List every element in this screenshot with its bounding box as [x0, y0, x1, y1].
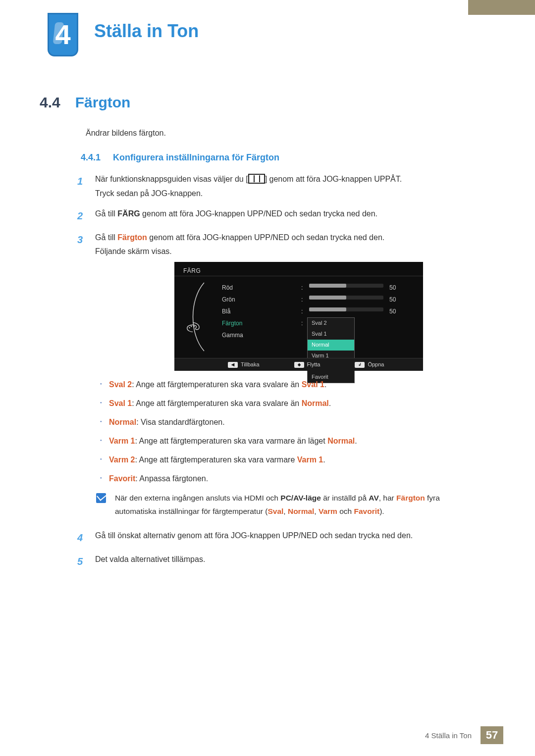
osd-option: Sval 2 [308, 318, 354, 329]
section-heading: 4.4 Färgton [40, 94, 130, 111]
bullet: Sval 2: Ange att färgtemperaturen ska va… [95, 379, 479, 391]
bullet: Varm 1: Ange att färgtemperaturen ska va… [95, 435, 479, 447]
step-number: 4 [77, 529, 86, 547]
osd-option: Sval 1 [308, 329, 354, 340]
osd-row-label: Gamma [222, 329, 243, 341]
step-list: 1 När funktionsknappsguiden visas väljer… [77, 172, 479, 576]
slider-green [309, 296, 383, 300]
section-title: Färgton [75, 94, 131, 111]
note: När den externa ingången ansluts via HDM… [96, 492, 479, 518]
move-key-icon: ◆ [294, 362, 304, 368]
osd-sliders [309, 284, 383, 319]
step-2: 2 Gå till FÄRG genom att föra JOG-knappe… [77, 207, 479, 225]
footer-crumb: 4 Ställa in Ton [425, 731, 472, 740]
subsection-number: 4.4.1 [81, 152, 101, 162]
step-body: Gå till önskat alternativ genom att föra… [95, 529, 479, 547]
osd-dropdown: Sval 2 Sval 1 Normal Varm 1 Varm 2 Favor… [307, 317, 355, 383]
bullet: Favorit: Anpassa färgtonen. [95, 473, 479, 485]
section-intro: Ändrar bildens färgton. [86, 129, 166, 138]
enter-key-icon: ↲ [355, 362, 365, 368]
chapter-title: Ställa in Ton [94, 21, 199, 42]
top-stripe [468, 0, 535, 15]
back-key-icon: ◀ [228, 362, 238, 368]
note-body: När den externa ingången ansluts via HDM… [115, 492, 479, 518]
note-icon [96, 493, 106, 503]
subsection-title: Konfigurera inställningarna för Färgton [113, 152, 279, 162]
osd-row-label: Grön [222, 294, 243, 305]
step-number: 2 [77, 207, 86, 225]
osd-row-label: Blå [222, 305, 243, 317]
osd-labels: Röd Grön Blå Färgton Gamma [222, 282, 243, 341]
bullet: Sval 1: Ange att färgtemperaturen ska va… [95, 398, 479, 409]
step-4: 4 Gå till önskat alternativ genom att fö… [77, 529, 479, 547]
osd-option-selected: Normal [308, 340, 354, 351]
svg-point-2 [194, 326, 195, 327]
palette-icon [185, 321, 200, 333]
slider-blue [309, 307, 383, 311]
step-body: Gå till Färgton genom att föra JOG-knapp… [95, 231, 479, 523]
step-body: Det valda alternativet tillämpas. [95, 553, 479, 570]
step-number: 1 [77, 172, 86, 201]
subsection-heading: 4.4.1 Konfigurera inställningarna för Fä… [81, 152, 279, 163]
slider-red [309, 284, 383, 288]
step-5: 5 Det valda alternativet tillämpas. [77, 553, 479, 570]
step-body: När funktionsknappsguiden visas väljer d… [95, 172, 479, 201]
osd-arc-icon [184, 280, 212, 354]
bullet: Varm 2: Ange att färgtemperaturen ska va… [95, 454, 479, 466]
osd-row-label-selected: Färgton [222, 317, 243, 329]
step-3: 3 Gå till Färgton genom att föra JOG-kna… [77, 231, 479, 523]
footer-page-number: 57 [481, 726, 503, 744]
svg-point-1 [191, 326, 192, 327]
chapter-badge: 4 [48, 13, 78, 56]
osd-values: 50 50 50 [389, 282, 396, 317]
osd-footer: ◀Tillbaka ◆Flytta ↲Öppna [174, 358, 423, 371]
option-bullets: Sval 2: Ange att färgtemperaturen ska va… [95, 379, 479, 485]
menu-icon [248, 174, 265, 184]
page-footer: 4 Ställa in Ton 57 [0, 726, 535, 744]
osd-row-label: Röd [222, 282, 243, 294]
step-number: 5 [77, 553, 86, 570]
step-number: 3 [77, 231, 86, 523]
step-1: 1 När funktionsknappsguiden visas väljer… [77, 172, 479, 201]
osd-screenshot: FÄRG Röd Grön Blå Färgton Gamma :::: [174, 262, 423, 371]
svg-point-0 [189, 327, 190, 328]
bullet: Normal: Visa standardfärgtonen. [95, 416, 479, 428]
osd-title: FÄRG [183, 266, 201, 277]
section-number: 4.4 [40, 94, 60, 111]
step-body: Gå till FÄRG genom att föra JOG-knappen … [95, 207, 479, 225]
